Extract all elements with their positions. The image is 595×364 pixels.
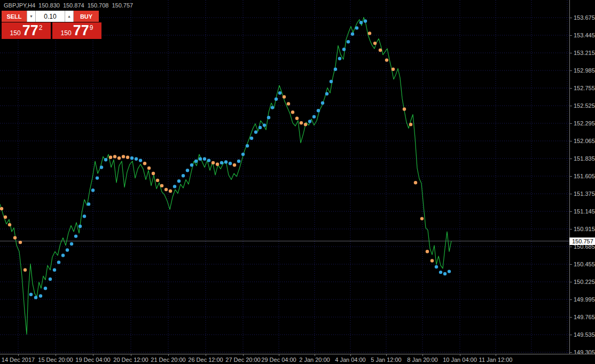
price-axis-label: 152.755 [574, 85, 595, 92]
trend-dot-up [317, 109, 320, 112]
current-price-tag: 150.757 [569, 238, 595, 245]
price-axis-tick [570, 299, 572, 300]
sell-price-pips: 77 [22, 23, 38, 38]
price-axis-label: 153.445 [574, 32, 595, 39]
time-axis-tick [56, 354, 56, 356]
low-value: 150.708 [88, 2, 109, 9]
time-axis-label: 29 Dec 04:00 [261, 357, 296, 363]
time-axis-tick [350, 354, 351, 356]
trend-dot-up [135, 157, 138, 161]
trend-dot-down [283, 95, 286, 98]
time-axis-label: 15 Dec 20:00 [38, 357, 73, 363]
price-chart[interactable] [0, 0, 569, 354]
trend-dot-up [351, 33, 354, 36]
trend-dot-up [308, 120, 311, 123]
trend-dot-down [392, 68, 395, 71]
price-line [0, 17, 451, 334]
buy-price-point: 9 [90, 24, 93, 31]
sell-button[interactable]: SELL [2, 11, 27, 22]
time-axis-tick [386, 354, 387, 356]
trend-dot-up [199, 157, 202, 161]
time-axis-tick [93, 354, 93, 356]
price-axis-tick [570, 352, 572, 353]
trend-dot-up [186, 169, 189, 172]
trend-dot-down [287, 102, 290, 105]
trend-dot-down [4, 216, 7, 219]
trend-dot-down [126, 156, 129, 159]
trend-dot-down [165, 188, 168, 191]
time-axis[interactable]: 14 Dec 201715 Dec 20:0019 Dec 04:0020 De… [0, 354, 595, 364]
trend-dot-up [173, 185, 176, 188]
price-axis-tick [570, 159, 572, 159]
price-axis-label: 151.605 [574, 173, 595, 180]
trend-dot-down [430, 259, 434, 262]
trend-dot-up [334, 68, 337, 71]
trend-dot-up [263, 123, 266, 126]
trend-dot-up [74, 234, 77, 238]
price-axis-label: 151.145 [574, 208, 595, 215]
trend-dot-down [156, 179, 159, 182]
trend-dot-down [152, 172, 155, 175]
chart-ohlc-header: GBPJPY,H4150.830150.874150.708150.757 [4, 2, 136, 9]
trend-dot-down [385, 58, 388, 61]
trend-dot-up [254, 130, 257, 133]
trend-dot-up [364, 19, 367, 22]
price-axis-label: 151.835 [574, 155, 595, 162]
price-axis[interactable]: 153.675153.445153.215152.985152.755152.5… [569, 0, 595, 354]
trend-dot-up [207, 159, 210, 162]
trend-dot-up [250, 137, 253, 140]
trend-dot-up [259, 126, 262, 129]
buy-button[interactable]: BUY [74, 11, 99, 22]
high-value: 150.874 [63, 2, 84, 9]
price-axis-label: 152.065 [574, 138, 595, 145]
trend-dot-down [420, 217, 424, 220]
time-axis-tick [206, 354, 206, 356]
trend-dot-down [368, 31, 371, 35]
price-axis-tick [570, 123, 572, 124]
price-axis-label: 149.535 [574, 331, 595, 338]
price-axis-label: 149.765 [574, 314, 595, 321]
trend-dot-down [147, 167, 151, 170]
trend-dot-down [373, 42, 377, 45]
buy-price-quote[interactable]: 150 77 9 [52, 22, 101, 39]
trend-dot-up [312, 115, 316, 118]
time-axis-label: 2 Jan 20:00 [299, 357, 330, 363]
lot-decrease-button[interactable]: ▼ [27, 11, 36, 22]
trend-dot-up [194, 160, 198, 163]
open-value: 150.830 [38, 2, 60, 9]
trend-dot-down [295, 117, 299, 120]
trend-dot-up [359, 21, 363, 24]
lot-increase-button[interactable]: ▲ [65, 11, 74, 22]
trend-dot-up [44, 287, 47, 290]
trend-dot-up [355, 26, 358, 29]
time-axis-tick [168, 354, 169, 356]
trend-dot-up [246, 144, 249, 147]
trend-dot-up [271, 106, 274, 109]
price-axis-tick [570, 53, 572, 53]
time-axis-tick [18, 354, 19, 356]
trend-dot-up [100, 165, 103, 169]
trend-dot-up [177, 179, 181, 183]
trend-dot-up [237, 160, 240, 163]
price-axis-tick [570, 106, 572, 106]
time-axis-label: 19 Dec 04:00 [75, 357, 110, 363]
trend-dot-down [109, 156, 112, 159]
trend-dot-down [379, 49, 382, 52]
lot-size-input[interactable]: 0.10 [36, 11, 65, 22]
trend-dot-up [275, 98, 278, 101]
price-axis-label: 151.375 [574, 191, 595, 197]
close-value: 150.757 [112, 2, 133, 9]
price-axis-tick [570, 18, 572, 18]
trend-dot-up [70, 242, 73, 246]
time-axis-label: 8 Jan 20:00 [407, 357, 438, 363]
sell-price-quote[interactable]: 150 77 2 [2, 22, 51, 39]
trend-dot-down [216, 163, 219, 166]
price-axis-tick [570, 35, 572, 36]
price-axis-label: 150.455 [574, 261, 595, 268]
trend-dot-up [347, 40, 350, 43]
trend-dot-down [414, 181, 417, 184]
trend-dot-up [224, 160, 228, 163]
price-axis-tick [570, 70, 572, 71]
price-axis-label: 153.215 [574, 50, 595, 57]
trend-dot-down [19, 241, 22, 244]
